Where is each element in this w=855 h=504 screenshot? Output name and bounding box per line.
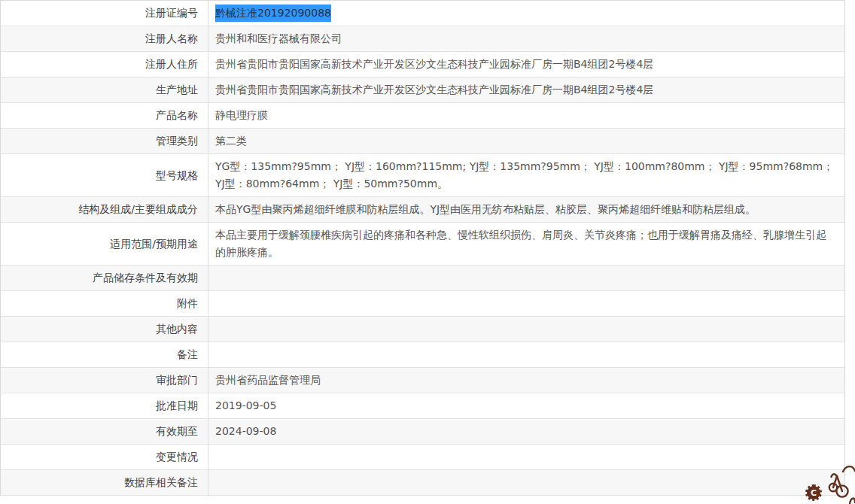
table-row-registrant-name: 注册人名称 贵州和和医疗器械有限公司 <box>1 26 844 52</box>
row-value: YG型：135mm?95mm； YJ型：160mm?115mm; YJ型：135… <box>208 154 844 196</box>
table-row-database-remarks: 数据库相关备注 <box>1 470 844 496</box>
row-label: 型号规格 <box>1 154 208 196</box>
table-row-remarks: 备注 <box>1 342 844 368</box>
row-label: 审批部门 <box>1 368 208 393</box>
row-label: 结构及组成/主要组成成分 <box>1 197 208 222</box>
row-label: 产品名称 <box>1 103 208 128</box>
table-row-approval-department: 审批部门 贵州省药品监督管理局 <box>1 368 844 393</box>
row-label: 有效期至 <box>1 419 208 444</box>
table-row-valid-until: 有效期至 2024-09-08 <box>1 419 844 445</box>
row-label: 批准日期 <box>1 393 208 418</box>
row-value <box>208 470 844 495</box>
row-label: 数据库相关备注 <box>1 470 208 495</box>
row-value <box>208 266 844 290</box>
row-value <box>208 342 844 367</box>
row-label: 注册人住所 <box>1 52 208 77</box>
row-value <box>208 445 844 469</box>
table-row-registrant-address: 注册人住所 贵州省贵阳市贵阳国家高新技术产业开发区沙文生态科技产业园标准厂房一期… <box>1 52 844 77</box>
row-value: 2019-09-05 <box>208 393 844 418</box>
row-label: 产品储存条件及有效期 <box>1 266 208 290</box>
row-label: 管理类别 <box>1 129 208 153</box>
table-row-model-spec: 型号规格 YG型：135mm?95mm； YJ型：160mm?115mm; YJ… <box>1 154 844 197</box>
registration-info-table: 注册证编号 黔械注准20192090088 注册人名称 贵州和和医疗器械有限公司… <box>0 0 845 496</box>
table-row-registration-number: 注册证编号 黔械注准20192090088 <box>1 1 844 26</box>
row-label: 其他内容 <box>1 317 208 342</box>
row-label: 变更情况 <box>1 445 208 469</box>
table-row-attachments: 附件 <box>1 291 844 317</box>
table-row-change-status: 变更情况 <box>1 445 844 470</box>
row-value: 2024-09-08 <box>208 419 844 444</box>
row-value: 贵州省贵阳市贵阳国家高新技术产业开发区沙文生态科技产业园标准厂房一期B4组团2号… <box>208 52 844 77</box>
row-value: 贵州省药品监督管理局 <box>208 368 844 393</box>
table-row-production-address: 生产地址 贵州省贵阳市贵阳国家高新技术产业开发区沙文生态科技产业园标准厂房一期B… <box>1 77 844 103</box>
row-label: 备注 <box>1 342 208 367</box>
row-label: 附件 <box>1 291 208 316</box>
table-row-product-name: 产品名称 静电理疗膜 <box>1 103 844 129</box>
row-value <box>208 291 844 316</box>
row-label: 生产地址 <box>1 77 208 102</box>
row-label: 注册人名称 <box>1 26 208 51</box>
row-value: 黔械注准20192090088 <box>208 1 844 26</box>
table-row-intended-use: 适用范围/预期用途 本品主要用于缓解颈腰椎疾病引起的疼痛和各种急、慢性软组织损伤… <box>1 223 844 266</box>
table-row-storage-validity: 产品储存条件及有效期 <box>1 266 844 291</box>
row-label: 适用范围/预期用途 <box>1 223 208 265</box>
table-row-other-content: 其他内容 <box>1 317 844 342</box>
selected-text: 黔械注准20192090088 <box>215 5 331 22</box>
row-value: 本品YG型由聚丙烯超细纤维膜和防粘层组成。YJ型由医用无纺布粘贴层、粘胶层、聚丙… <box>208 197 844 222</box>
row-label: 注册证编号 <box>1 1 208 26</box>
row-value <box>208 317 844 342</box>
row-value: 本品主要用于缓解颈腰椎疾病引起的疼痛和各种急、慢性软组织损伤、肩周炎、关节炎疼痛… <box>208 223 844 265</box>
row-value: 贵州省贵阳市贵阳国家高新技术产业开发区沙文生态科技产业园标准厂房一期B4组团2号… <box>208 77 844 102</box>
row-value: 贵州和和医疗器械有限公司 <box>208 26 844 51</box>
table-row-structure-composition: 结构及组成/主要组成成分 本品YG型由聚丙烯超细纤维膜和防粘层组成。YJ型由医用… <box>1 197 844 223</box>
table-row-management-category: 管理类别 第二类 <box>1 129 844 154</box>
row-value: 静电理疗膜 <box>208 103 844 128</box>
row-value: 第二类 <box>208 129 844 153</box>
table-row-approval-date: 批准日期 2019-09-05 <box>1 393 844 419</box>
